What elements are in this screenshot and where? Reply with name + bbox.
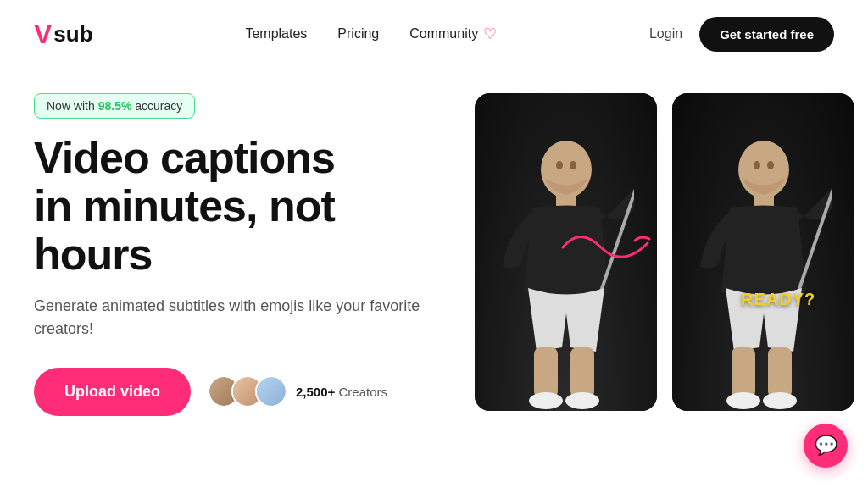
creators-count-text: 2,500+ Creators: [296, 385, 387, 399]
creators-avatars: [208, 375, 287, 408]
nav-community[interactable]: Community ♡: [409, 25, 497, 43]
logo[interactable]: Vsub: [34, 19, 93, 50]
nav-pricing[interactable]: Pricing: [337, 26, 379, 42]
video-card-left: [475, 93, 657, 411]
avatar-3: [255, 375, 287, 408]
svg-rect-4: [570, 347, 594, 398]
chat-icon: 💬: [815, 435, 837, 457]
svg-point-5: [529, 392, 563, 409]
header-right: Login Get started free: [649, 17, 834, 52]
creators-row: 2,500+ Creators: [208, 375, 387, 408]
svg-point-7: [556, 161, 563, 169]
logo-v-letter: V: [34, 19, 52, 50]
badge-prefix: Now with: [47, 99, 98, 113]
chat-bubble-button[interactable]: 💬: [804, 424, 848, 468]
svg-point-6: [565, 392, 599, 409]
svg-rect-13: [768, 347, 792, 398]
video-card-right: READY?: [672, 93, 854, 411]
svg-point-15: [763, 392, 797, 409]
video-card-right-inner: READY?: [672, 93, 854, 411]
svg-rect-12: [732, 347, 755, 398]
main-nav: Templates Pricing Community ♡: [245, 25, 497, 43]
svg-point-14: [726, 392, 760, 409]
caption-overlay: READY?: [741, 290, 815, 309]
video-card-left-inner: [475, 93, 657, 411]
logo-text: sub: [53, 21, 92, 47]
scribble-decoration: [554, 222, 656, 273]
svg-point-16: [754, 161, 760, 169]
login-button[interactable]: Login: [649, 26, 682, 42]
accuracy-badge: Now with 98.5% accuracy: [34, 93, 195, 119]
hero-left: Now with 98.5% accuracy Video captions i…: [34, 93, 441, 416]
person-figure-right: [696, 123, 832, 411]
get-started-button[interactable]: Get started free: [699, 17, 834, 52]
upload-video-button[interactable]: Upload video: [34, 368, 191, 416]
hero-subtitle: Generate animated subtitles with emojis …: [34, 295, 441, 341]
svg-point-17: [767, 161, 774, 169]
badge-highlight: 98.5%: [98, 99, 132, 113]
nav-templates[interactable]: Templates: [245, 26, 307, 42]
main-content: Now with 98.5% accuracy Video captions i…: [0, 68, 868, 416]
heart-icon: ♡: [483, 25, 497, 43]
hero-cta-row: Upload video 2,500+ Creators: [34, 368, 441, 416]
svg-point-8: [570, 161, 576, 169]
badge-suffix: accuracy: [131, 99, 182, 113]
svg-rect-3: [534, 347, 558, 398]
hero-right: READY?: [475, 93, 854, 411]
hero-title: Video captions in minutes, not hours: [34, 134, 441, 280]
